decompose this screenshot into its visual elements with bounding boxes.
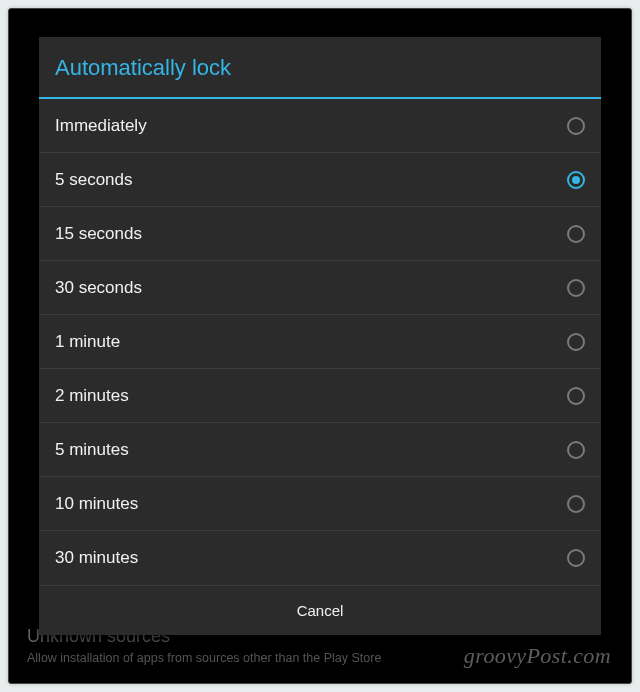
device-frame: Unknown sources Allow installation of ap… xyxy=(8,8,632,684)
radio-icon[interactable] xyxy=(567,495,585,513)
radio-icon[interactable] xyxy=(567,333,585,351)
radio-icon[interactable] xyxy=(567,225,585,243)
option-label: 10 minutes xyxy=(55,494,138,514)
option-row[interactable]: 1 minute xyxy=(39,315,601,369)
option-label: 15 seconds xyxy=(55,224,142,244)
option-label: 5 seconds xyxy=(55,170,133,190)
option-row[interactable]: 5 seconds xyxy=(39,153,601,207)
option-row[interactable]: 2 minutes xyxy=(39,369,601,423)
radio-icon[interactable] xyxy=(567,441,585,459)
option-row[interactable]: Immediately xyxy=(39,99,601,153)
auto-lock-dialog: Automatically lock Immediately5 seconds1… xyxy=(39,37,601,635)
option-row[interactable]: 30 minutes xyxy=(39,531,601,585)
unknown-sources-subtitle: Allow installation of apps from sources … xyxy=(27,651,613,665)
radio-icon[interactable] xyxy=(567,279,585,297)
option-label: Immediately xyxy=(55,116,147,136)
radio-icon[interactable] xyxy=(567,387,585,405)
radio-icon[interactable] xyxy=(567,549,585,567)
option-row[interactable]: 15 seconds xyxy=(39,207,601,261)
radio-icon[interactable] xyxy=(567,117,585,135)
option-label: 5 minutes xyxy=(55,440,129,460)
option-label: 30 seconds xyxy=(55,278,142,298)
radio-icon[interactable] xyxy=(567,171,585,189)
option-row[interactable]: 5 minutes xyxy=(39,423,601,477)
option-label: 1 minute xyxy=(55,332,120,352)
option-label: 2 minutes xyxy=(55,386,129,406)
button-bar: Cancel xyxy=(39,585,601,635)
options-list: Immediately5 seconds15 seconds30 seconds… xyxy=(39,99,601,585)
dialog-title: Automatically lock xyxy=(39,37,601,99)
option-row[interactable]: 10 minutes xyxy=(39,477,601,531)
option-label: 30 minutes xyxy=(55,548,138,568)
cancel-button[interactable]: Cancel xyxy=(39,586,601,635)
option-row[interactable]: 30 seconds xyxy=(39,261,601,315)
